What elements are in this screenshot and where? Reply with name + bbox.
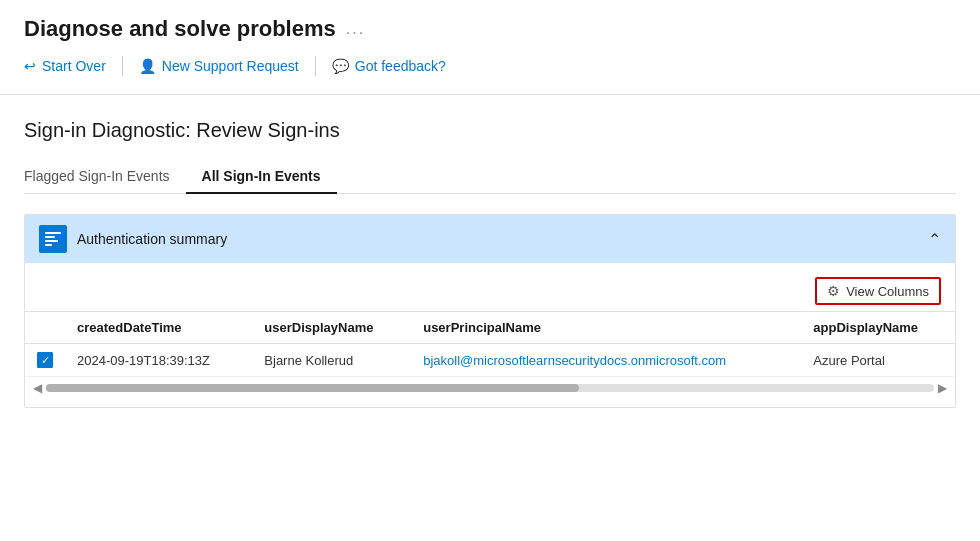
svg-rect-1 — [45, 236, 55, 238]
panel-header: Authentication summary ⌃ — [25, 215, 955, 263]
svg-rect-3 — [45, 244, 52, 246]
view-columns-label: View Columns — [846, 284, 929, 299]
panel-body: ⚙ View Columns createdDateTime userDispl… — [25, 263, 955, 407]
panel-header-left: Authentication summary — [39, 225, 227, 253]
checkbox-check-icon: ✓ — [41, 355, 50, 366]
scroll-left-icon[interactable]: ◀ — [33, 381, 42, 395]
start-over-label: Start Over — [42, 58, 106, 74]
row-checkbox-cell[interactable]: ✓ — [25, 344, 65, 377]
gear-icon: ⚙ — [827, 283, 840, 299]
row-user-display-name: Bjarne Kollerud — [252, 344, 411, 377]
table-header: createdDateTime userDisplayName userPrin… — [25, 312, 955, 344]
got-feedback-icon: 💬 — [332, 58, 349, 74]
got-feedback-label: Got feedback? — [355, 58, 446, 74]
view-columns-row: ⚙ View Columns — [25, 271, 955, 312]
main-content: Sign-in Diagnostic: Review Sign-ins Flag… — [0, 95, 980, 424]
panel-header-icon — [39, 225, 67, 253]
tab-all-signin-events[interactable]: All Sign-In Events — [186, 160, 337, 194]
start-over-icon: ↩ — [24, 58, 36, 74]
page-title: Diagnose and solve problems — [24, 16, 336, 42]
new-support-request-icon: 👤 — [139, 58, 156, 74]
row-user-principal-name: bjakoll@microsoftlearnsecuritydocs.onmic… — [411, 344, 801, 377]
scrollbar-thumb[interactable] — [46, 384, 579, 392]
scroll-right-icon[interactable]: ▶ — [938, 381, 947, 395]
horizontal-scrollbar[interactable]: ◀ ▶ — [25, 377, 955, 399]
col-app-display-name: appDisplayName — [801, 312, 955, 344]
header-title-row: Diagnose and solve problems ... — [24, 16, 956, 42]
col-user-display-name: userDisplayName — [252, 312, 411, 344]
table-row: ✓ 2024-09-19T18:39:13Z Bjarne Kollerud b… — [25, 344, 955, 377]
toolbar: ↩ Start Over 👤 New Support Request 💬 Got… — [24, 54, 956, 86]
table-body: ✓ 2024-09-19T18:39:13Z Bjarne Kollerud b… — [25, 344, 955, 377]
col-user-principal-name: userPrincipalName — [411, 312, 801, 344]
row-created-datetime: 2024-09-19T18:39:13Z — [65, 344, 252, 377]
authentication-summary-panel: Authentication summary ⌃ ⚙ View Columns — [24, 214, 956, 408]
scrollbar-track[interactable] — [46, 384, 934, 392]
page-container: Diagnose and solve problems ... ↩ Start … — [0, 0, 980, 541]
panel-header-title: Authentication summary — [77, 231, 227, 247]
signin-table: createdDateTime userDisplayName userPrin… — [25, 312, 955, 377]
view-columns-button[interactable]: ⚙ View Columns — [815, 277, 941, 305]
page-subtitle: Sign-in Diagnostic: Review Sign-ins — [24, 119, 956, 142]
table-header-row: createdDateTime userDisplayName userPrin… — [25, 312, 955, 344]
user-principal-name-link[interactable]: bjakoll@microsoftlearnsecuritydocs.onmic… — [423, 353, 726, 368]
toolbar-divider-1 — [122, 56, 123, 76]
header-ellipsis: ... — [346, 20, 365, 38]
row-app-display-name: Azure Portal — [801, 344, 955, 377]
tabs: Flagged Sign-In Events All Sign-In Event… — [24, 160, 956, 194]
table-scroll-area[interactable]: createdDateTime userDisplayName userPrin… — [25, 312, 955, 377]
svg-rect-0 — [45, 232, 61, 234]
toolbar-divider-2 — [315, 56, 316, 76]
col-checkbox — [25, 312, 65, 344]
got-feedback-button[interactable]: 💬 Got feedback? — [320, 54, 458, 78]
new-support-request-button[interactable]: 👤 New Support Request — [127, 54, 311, 78]
start-over-button[interactable]: ↩ Start Over — [24, 54, 118, 78]
row-checkbox[interactable]: ✓ — [37, 352, 53, 368]
col-created-datetime: createdDateTime — [65, 312, 252, 344]
panel-collapse-chevron-icon[interactable]: ⌃ — [928, 230, 941, 249]
svg-rect-2 — [45, 240, 58, 242]
new-support-request-label: New Support Request — [162, 58, 299, 74]
header: Diagnose and solve problems ... ↩ Start … — [0, 0, 980, 95]
tab-flagged-signin-events[interactable]: Flagged Sign-In Events — [24, 160, 186, 194]
